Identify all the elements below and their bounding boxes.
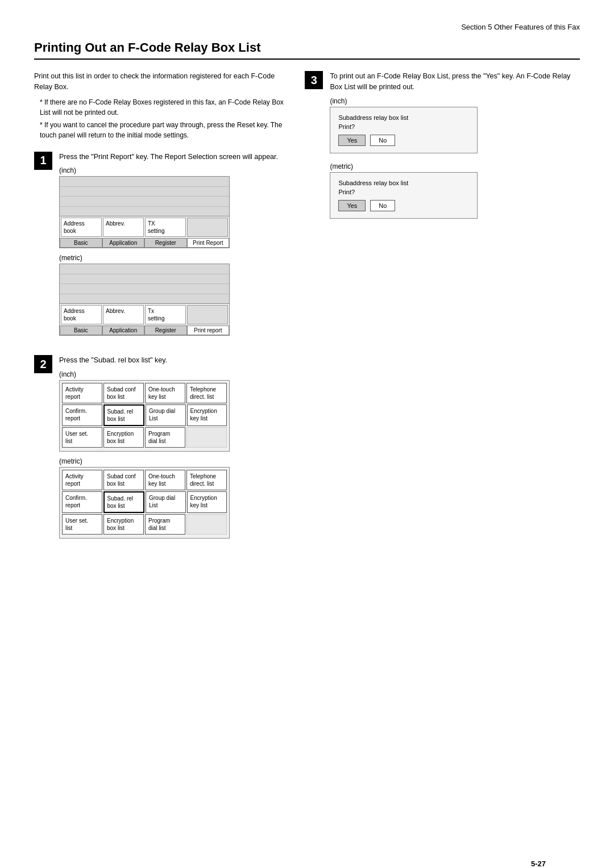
step2-metric-groupdial[interactable]: Group dialList <box>146 491 186 513</box>
step2-inch-label: (inch) <box>59 370 288 378</box>
step3-metric-label: (metric) <box>330 162 580 170</box>
step1-metric-tab-printreport[interactable]: Print report <box>187 326 230 335</box>
step2-inch-encboxlist[interactable]: Encryptionbox list <box>103 427 144 448</box>
intro-line1: Print out this list in order to check th… <box>34 71 288 93</box>
step1-inch-label: (inch) <box>59 166 288 174</box>
step2-block: 2 Press the "Subad. rel box list" key. (… <box>34 355 288 544</box>
step2-inch-row1: Activityreport Subad confbox list One-to… <box>62 383 227 403</box>
step1-tab-application[interactable]: Application <box>102 238 145 248</box>
step2-inch-menu: Activityreport Subad confbox list One-to… <box>59 380 230 452</box>
step2-inch-empty <box>186 427 227 448</box>
step2-description: Press the "Subad. rel box list" key. <box>59 355 288 366</box>
step2-inch-row3: User set.list Encryptionbox list Program… <box>62 427 227 448</box>
step3-inch-label: (inch) <box>330 97 580 105</box>
step1-inch-addr[interactable]: Addressbook <box>61 218 102 237</box>
step1-tab-printreport[interactable]: Print Report <box>187 238 230 248</box>
step2-metric-telephone[interactable]: Telephonedirect. list <box>186 470 227 490</box>
step2-metric-programdial[interactable]: Programdial list <box>145 514 185 535</box>
step1-metric-display <box>60 264 229 304</box>
step2-inch-subadrel[interactable]: Subad. relbox list <box>103 404 145 426</box>
step1-inch-row2 <box>60 187 229 197</box>
step1-metric-row4 <box>60 294 229 304</box>
page-number: 5-27 <box>531 859 546 868</box>
step2-content: Press the "Subad. rel box list" key. (in… <box>59 355 288 544</box>
step2-metric-onetouch[interactable]: One-touchkey list <box>145 470 185 490</box>
step2-inch-confirm[interactable]: Confirm.report <box>62 404 102 426</box>
step1-metric-row2 <box>60 274 229 285</box>
step3-number: 3 <box>305 71 323 89</box>
step1-metric-extra <box>187 305 228 324</box>
step2-inch-userset[interactable]: User set.list <box>62 427 102 448</box>
step1-metric-tab-application[interactable]: Application <box>102 326 145 335</box>
step2-metric-subadrel[interactable]: Subad. relbox list <box>103 491 145 513</box>
section-header: Section 5 Other Features of this Fax <box>34 23 580 35</box>
step1-content: Press the "Print Report" key. The Report… <box>59 152 288 342</box>
step3-inch-yes-button[interactable]: Yes <box>338 135 366 146</box>
step3-metric-dialog-prompt: Print? <box>338 189 469 195</box>
step2-inch-programdial[interactable]: Programdial list <box>145 427 185 448</box>
step3-content: To print out an F-Code Relay Box List, p… <box>330 71 580 224</box>
step3-metric-dialog-title: Subaddress relay box list <box>338 180 469 186</box>
step2-number: 2 <box>34 355 52 373</box>
step2-metric-empty <box>186 514 227 535</box>
step2-inch-encryption[interactable]: Encryptionkey list <box>187 404 227 426</box>
step2-metric-row2: Confirm.report Subad. relbox list Group … <box>62 491 227 513</box>
step3-metric-dialog: Subaddress relay box list Print? Yes No <box>330 172 478 219</box>
step2-inch-row2: Confirm.report Subad. relbox list Group … <box>62 404 227 426</box>
step3-inch-dialog-btns: Yes No <box>338 135 469 146</box>
step2-inch-telephone[interactable]: Telephonedirect. list <box>186 383 227 403</box>
step1-inch-tabs: Basic Application Register Print Report <box>60 238 229 248</box>
step1-metric-tab-basic[interactable]: Basic <box>60 326 102 335</box>
step2-metric-row3: User set.list Encryptionbox list Program… <box>62 514 227 535</box>
step1-metric-tx[interactable]: Txsetting <box>145 305 186 324</box>
step1-inch-screen: Addressbook Abbrev. TXsetting Basic Appl… <box>59 176 230 248</box>
step1-tab-basic[interactable]: Basic <box>60 238 102 248</box>
step1-description: Press the "Print Report" key. The Report… <box>59 152 288 162</box>
step2-metric-row1: Activityreport Subad confbox list One-to… <box>62 470 227 490</box>
section-title: Section 5 Other Features of this Fax <box>461 23 580 31</box>
step2-metric-encryption[interactable]: Encryptionkey list <box>187 491 227 513</box>
step2-metric-encboxlist[interactable]: Encryptionbox list <box>103 514 144 535</box>
step2-inch-activity[interactable]: Activityreport <box>62 383 102 403</box>
step1-metric-screen: Addressbook Abbrev. Txsetting Basic Appl… <box>59 264 230 336</box>
step1-inch-tx[interactable]: TXsetting <box>145 218 186 237</box>
step3-block: 3 To print out an F-Code Relay Box List,… <box>305 71 580 224</box>
step3-inch-no-button[interactable]: No <box>370 135 395 146</box>
step1-metric-addr[interactable]: Addressbook <box>61 305 102 324</box>
step1-metric-abbrev[interactable]: Abbrev. <box>103 305 144 324</box>
step2-inch-onetouch[interactable]: One-touchkey list <box>145 383 185 403</box>
intro-bullet1: * If there are no F-Code Relay Boxes reg… <box>40 97 288 118</box>
step2-metric-userset[interactable]: User set.list <box>62 514 102 535</box>
step2-inch-groupdial[interactable]: Group dialList <box>146 404 186 426</box>
step3-inch-dialog: Subaddress relay box list Print? Yes No <box>330 107 478 153</box>
step1-block: 1 Press the "Print Report" key. The Repo… <box>34 152 288 342</box>
step2-metric-label: (metric) <box>59 457 288 465</box>
step1-metric-tab-register[interactable]: Register <box>144 326 187 335</box>
page-title: Printing Out an F-Code Relay Box List <box>34 40 580 60</box>
step3-metric-no-button[interactable]: No <box>370 200 395 211</box>
step3-metric-dialog-btns: Yes No <box>338 200 469 211</box>
step1-metric-row3 <box>60 284 229 294</box>
step1-inch-row4 <box>60 207 229 216</box>
step1-inch-row3 <box>60 197 229 207</box>
step1-inch-row1 <box>60 177 229 187</box>
step3-metric-yes-button[interactable]: Yes <box>338 200 366 211</box>
step1-tab-register[interactable]: Register <box>144 238 187 248</box>
step2-metric-activity[interactable]: Activityreport <box>62 470 102 490</box>
step1-metric-label: (metric) <box>59 254 288 262</box>
step1-inch-abbrev[interactable]: Abbrev. <box>103 218 144 237</box>
step1-metric-tabs: Basic Application Register Print report <box>60 326 229 335</box>
step1-inch-extra <box>187 218 228 237</box>
step1-metric-row1 <box>60 264 229 274</box>
step1-inch-display <box>60 177 229 216</box>
step3-description: To print out an F-Code Relay Box List, p… <box>330 71 580 93</box>
intro-bullet2: * If you want to cancel the procedure pa… <box>40 120 288 140</box>
step2-metric-subadconf[interactable]: Subad confbox list <box>103 470 144 490</box>
step1-number: 1 <box>34 152 52 170</box>
step3-inch-dialog-title: Subaddress relay box list <box>338 114 469 121</box>
step3-inch-dialog-prompt: Print? <box>338 123 469 130</box>
step2-metric-menu: Activityreport Subad confbox list One-to… <box>59 467 230 539</box>
step2-metric-confirm[interactable]: Confirm.report <box>62 491 102 513</box>
step2-inch-subadconf[interactable]: Subad confbox list <box>103 383 144 403</box>
